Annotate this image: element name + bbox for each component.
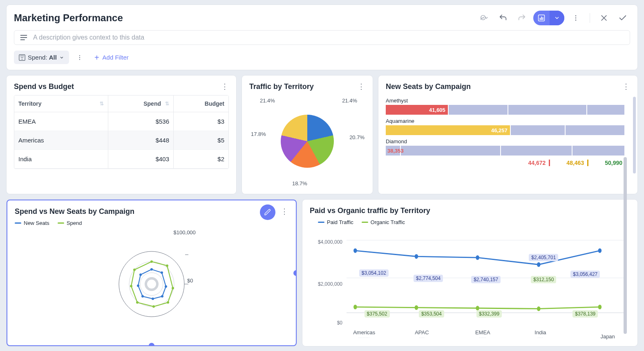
svg-point-31 [150,268,153,271]
svg-point-12 [79,55,80,56]
bar-group: Diamond 38,353 [386,138,624,156]
svg-point-38 [139,273,142,276]
sort-icon: ⇅ [100,101,104,107]
line-chart: $4,000,000 $2,000,000 $0 $3,054,102 [310,229,630,340]
column-header-territory[interactable]: Territory⇅ [14,96,108,112]
more-options-button[interactable] [568,11,583,25]
plus-icon: + [94,53,99,62]
svg-point-0 [481,16,485,20]
resize-handle-right[interactable] [293,270,297,276]
svg-point-34 [161,295,163,298]
column-header-spend[interactable]: Spend⇅ [108,96,174,112]
card-menu-button[interactable]: ⋮ [622,82,630,91]
add-filter-label: Add Filter [103,54,129,61]
bar-segment: 38,353 [386,146,400,156]
bar-group: Aquamarine 46,257 [386,118,624,135]
table-row[interactable]: EMEA $536 $3 [14,112,228,131]
svg-point-25 [172,287,174,289]
edit-card-button[interactable] [260,204,275,220]
svg-point-45 [537,262,541,267]
svg-point-33 [165,285,167,288]
legend: Paid Traffic Organic Traffic [318,219,630,225]
svg-point-30 [133,269,136,271]
svg-point-13 [79,57,80,58]
column-header-budget[interactable]: Budget [174,96,228,112]
svg-point-7 [575,20,577,21]
chevron-down-icon [59,55,64,60]
svg-point-26 [167,301,169,304]
axis-label: $100,000 [174,229,196,235]
svg-point-29 [130,285,132,287]
filter-more-button[interactable] [74,54,85,61]
totals-row: 44,672 48,463 50,990 [386,160,630,166]
svg-point-6 [575,18,577,19]
svg-point-50 [537,307,541,311]
redo-button[interactable] [514,11,529,25]
svg-point-48 [415,305,418,310]
svg-point-14 [79,59,80,60]
card-title: Paid vs Organic traffic by Territory [310,207,622,215]
svg-rect-2 [540,18,541,20]
scrollbar[interactable] [633,97,636,173]
sort-icon: ⇅ [165,101,169,107]
card-spend-vs-budget: Spend vs Budget ⋮ Territory⇅ Spend⇅ Budg… [7,76,236,194]
card-menu-button[interactable]: ⋮ [221,82,229,91]
explore-button[interactable] [533,11,564,25]
divider [590,13,590,23]
svg-point-28 [136,301,139,304]
verify-dropdown-icon[interactable] [477,11,492,25]
radar-chart [115,247,188,321]
card-title: Spend vs Budget [14,82,221,91]
svg-point-47 [353,304,357,309]
card-paid-vs-organic: Paid vs Organic traffic by Territory ⋮ P… [302,200,637,346]
card-menu-button[interactable]: ⋮ [357,82,365,91]
page-title: Marketing Performance [14,12,477,24]
bar-segment: 41,605 [386,105,448,115]
pie-label: 17.8% [251,131,266,137]
card-menu-button[interactable]: ⋮ [280,207,288,216]
svg-point-43 [415,254,418,259]
svg-point-36 [141,295,144,298]
chart-icon [533,14,550,22]
svg-point-27 [152,305,155,308]
svg-point-18 [146,278,157,290]
bar-segment: 46,257 [386,125,510,135]
pie-label: 20.7% [349,134,364,140]
svg-point-24 [166,264,168,267]
svg-point-46 [598,248,602,253]
card-title: Spend vs New Seats by Campaign [15,207,280,216]
main-scrollbar[interactable] [624,157,627,334]
svg-point-23 [150,260,153,263]
legend: New Seats Spend [15,220,288,226]
axis-label: $0 [187,278,193,284]
pie-label: 18.7% [292,180,307,187]
card-spend-vs-new-seats[interactable]: Spend vs New Seats by Campaign ⋮ New Sea… [7,200,297,346]
chevron-down-icon[interactable] [550,11,564,25]
header-card: Marketing Performance [7,5,637,70]
close-button[interactable] [597,11,611,25]
svg-rect-4 [543,17,543,20]
add-filter-button[interactable]: + Add Filter [94,53,129,62]
filter-name: Spend: All [28,54,57,61]
svg-point-17 [140,273,163,295]
pie-label: 21.4% [260,98,275,104]
filter-icon [19,54,25,61]
card-title: New Seats by Campaign [386,82,622,91]
card-traffic-by-territory: Traffic by Territory ⋮ 21.4% 20.7% 18.7%… [242,76,373,194]
spend-budget-table: Territory⇅ Spend⇅ Budget EMEA $536 $3 Am… [14,95,229,169]
table-row[interactable]: Americas $448 $5 [14,131,228,150]
table-row[interactable]: India $403 $2 [14,150,228,169]
svg-point-42 [353,248,357,253]
card-title: Traffic by Territory [249,82,357,91]
svg-point-5 [575,15,577,16]
filter-pill-spend[interactable]: Spend: All [14,51,69,64]
svg-point-35 [152,298,154,300]
confirm-button[interactable] [615,11,630,25]
svg-point-32 [161,271,163,274]
description-input[interactable]: A description gives context to this data [14,30,630,45]
resize-handle-bottom[interactable] [149,343,154,346]
svg-rect-3 [541,17,542,20]
card-new-seats-by-campaign: New Seats by Campaign ⋮ Amethyst 41,605 [378,76,637,194]
pie-chart [281,115,334,168]
undo-button[interactable] [496,11,510,25]
